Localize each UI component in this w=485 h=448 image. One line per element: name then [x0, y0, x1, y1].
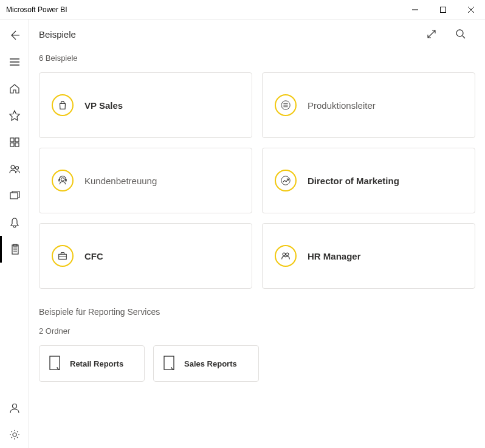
nav-notifications[interactable] — [0, 209, 29, 236]
card-label: CFC — [84, 251, 103, 261]
svg-rect-32 — [66, 179, 67, 181]
svg-point-20 — [13, 433, 16, 436]
folder-icon — [48, 354, 61, 373]
svg-rect-13 — [10, 193, 18, 199]
window-controls — [401, 0, 485, 19]
close-button[interactable] — [457, 0, 485, 19]
svg-point-37 — [286, 253, 289, 256]
search-icon — [455, 28, 467, 40]
home-icon — [9, 83, 21, 95]
search-button[interactable] — [446, 19, 475, 49]
star-icon — [9, 109, 21, 122]
nav-account[interactable] — [0, 395, 29, 421]
sample-card-vp-sales[interactable]: VP Sales — [39, 72, 252, 138]
sidebar — [0, 19, 29, 448]
folders-count: 2 Ordner — [39, 326, 475, 336]
folder-sales-reports[interactable]: Sales Reports — [153, 345, 259, 382]
nav-workspaces[interactable] — [0, 182, 29, 209]
headset-icon — [52, 170, 74, 191]
nav-apps[interactable] — [0, 129, 29, 156]
close-icon — [468, 7, 474, 13]
svg-point-29 — [283, 106, 283, 107]
nav-home[interactable] — [0, 75, 29, 102]
expand-icon — [425, 28, 438, 40]
card-label: Director of Marketing — [308, 176, 399, 186]
svg-rect-39 — [164, 356, 174, 370]
nav-samples[interactable] — [0, 236, 29, 263]
svg-point-36 — [283, 253, 286, 256]
nav-favorites[interactable] — [0, 102, 29, 129]
hamburger-icon — [9, 56, 21, 68]
folder-label: Sales Reports — [184, 359, 237, 368]
expand-button[interactable] — [417, 19, 446, 49]
svg-point-30 — [61, 178, 64, 181]
nav-settings[interactable] — [0, 421, 29, 448]
maximize-icon — [440, 7, 446, 13]
card-label: Kundenbetreuung — [84, 176, 157, 186]
back-button[interactable] — [0, 22, 29, 49]
team-icon — [275, 245, 297, 267]
svg-rect-7 — [10, 138, 14, 142]
workspaces-icon — [9, 190, 21, 202]
back-arrow-icon — [9, 29, 21, 41]
sample-card-kundenbetreuung[interactable]: Kundenbetreuung — [39, 148, 252, 213]
shopping-bag-icon — [52, 94, 74, 116]
menu-button[interactable] — [0, 49, 29, 75]
samples-count: 6 Beispiele — [39, 53, 475, 63]
svg-rect-1 — [441, 7, 446, 12]
svg-rect-8 — [15, 138, 19, 142]
svg-point-21 — [456, 30, 463, 36]
page-header: Beispiele — [29, 19, 485, 49]
clipboard-icon — [9, 243, 21, 255]
svg-rect-31 — [59, 179, 60, 181]
titlebar: Microsoft Power BI — [0, 0, 485, 19]
chart-up-icon — [275, 170, 297, 191]
minimize-icon — [412, 7, 418, 13]
maximize-button[interactable] — [429, 0, 457, 19]
svg-rect-10 — [15, 143, 19, 146]
briefcase-icon — [52, 245, 74, 267]
main-content: Beispiele 6 Beispiele VP Sales — [29, 19, 485, 448]
sample-card-cfc[interactable]: CFC — [39, 223, 252, 289]
sample-card-hr-manager[interactable]: HR Manager — [262, 223, 475, 289]
minimize-button[interactable] — [401, 0, 429, 19]
card-label: HR Manager — [308, 251, 361, 261]
folder-label: Retail Reports — [70, 359, 123, 368]
reporting-services-title: Beispiele für Reporting Services — [39, 307, 475, 317]
people-icon — [9, 163, 21, 175]
svg-point-19 — [12, 404, 16, 408]
svg-point-28 — [283, 105, 283, 106]
svg-point-11 — [11, 165, 15, 169]
sample-card-director-marketing[interactable]: Director of Marketing — [262, 148, 475, 213]
gear-icon — [9, 429, 21, 441]
nav-shared[interactable] — [0, 156, 29, 182]
page-title: Beispiele — [39, 29, 76, 40]
apps-icon — [9, 136, 21, 148]
sample-card-produktionsleiter[interactable]: Produktionsleiter — [262, 72, 475, 138]
svg-line-22 — [463, 36, 465, 38]
svg-rect-9 — [10, 143, 14, 146]
card-label: Produktionsleiter — [308, 100, 376, 111]
person-icon — [9, 402, 21, 414]
folder-retail-reports[interactable]: Retail Reports — [39, 345, 145, 382]
bell-icon — [9, 216, 21, 229]
svg-point-27 — [283, 103, 283, 104]
card-label: VP Sales — [84, 100, 123, 111]
svg-point-12 — [15, 167, 18, 170]
list-icon — [275, 94, 297, 116]
svg-rect-38 — [50, 356, 60, 370]
folder-icon — [162, 354, 176, 373]
app-title: Microsoft Power BI — [6, 5, 67, 14]
